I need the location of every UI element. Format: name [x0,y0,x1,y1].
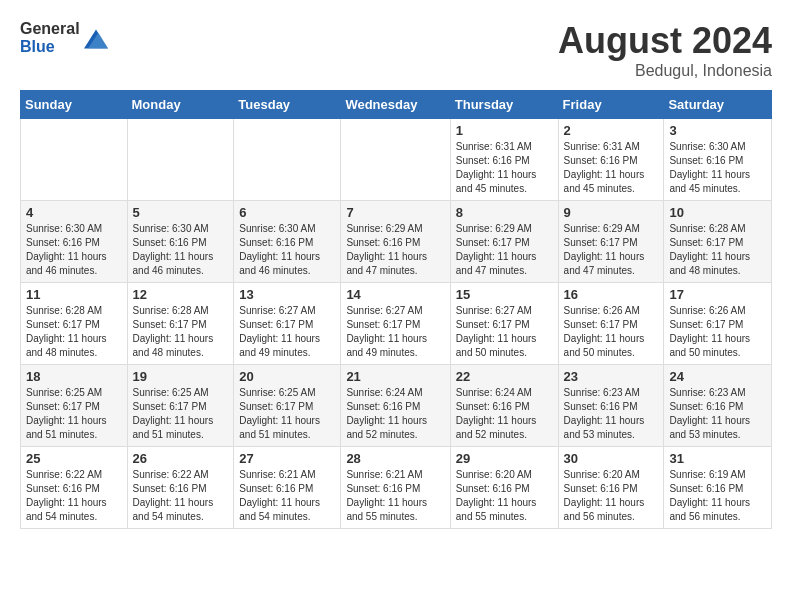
table-row: 6Sunrise: 6:30 AM Sunset: 6:16 PM Daylig… [234,201,341,283]
day-info: Sunrise: 6:30 AM Sunset: 6:16 PM Dayligh… [26,222,122,278]
day-info: Sunrise: 6:27 AM Sunset: 6:17 PM Dayligh… [239,304,335,360]
table-row: 1Sunrise: 6:31 AM Sunset: 6:16 PM Daylig… [450,119,558,201]
day-info: Sunrise: 6:29 AM Sunset: 6:16 PM Dayligh… [346,222,444,278]
table-row: 24Sunrise: 6:23 AM Sunset: 6:16 PM Dayli… [664,365,772,447]
day-number: 19 [133,369,229,384]
table-row: 31Sunrise: 6:19 AM Sunset: 6:16 PM Dayli… [664,447,772,529]
day-info: Sunrise: 6:20 AM Sunset: 6:16 PM Dayligh… [564,468,659,524]
day-info: Sunrise: 6:30 AM Sunset: 6:16 PM Dayligh… [669,140,766,196]
day-info: Sunrise: 6:28 AM Sunset: 6:17 PM Dayligh… [669,222,766,278]
day-info: Sunrise: 6:31 AM Sunset: 6:16 PM Dayligh… [456,140,553,196]
col-monday: Monday [127,91,234,119]
table-row: 22Sunrise: 6:24 AM Sunset: 6:16 PM Dayli… [450,365,558,447]
table-row: 10Sunrise: 6:28 AM Sunset: 6:17 PM Dayli… [664,201,772,283]
day-number: 6 [239,205,335,220]
day-info: Sunrise: 6:21 AM Sunset: 6:16 PM Dayligh… [346,468,444,524]
col-thursday: Thursday [450,91,558,119]
day-info: Sunrise: 6:30 AM Sunset: 6:16 PM Dayligh… [133,222,229,278]
calendar-week-row: 18Sunrise: 6:25 AM Sunset: 6:17 PM Dayli… [21,365,772,447]
table-row: 25Sunrise: 6:22 AM Sunset: 6:16 PM Dayli… [21,447,128,529]
day-info: Sunrise: 6:21 AM Sunset: 6:16 PM Dayligh… [239,468,335,524]
day-number: 3 [669,123,766,138]
calendar-location: Bedugul, Indonesia [558,62,772,80]
table-row: 19Sunrise: 6:25 AM Sunset: 6:17 PM Dayli… [127,365,234,447]
day-number: 4 [26,205,122,220]
day-number: 31 [669,451,766,466]
day-number: 22 [456,369,553,384]
table-row: 14Sunrise: 6:27 AM Sunset: 6:17 PM Dayli… [341,283,450,365]
day-number: 12 [133,287,229,302]
table-row: 23Sunrise: 6:23 AM Sunset: 6:16 PM Dayli… [558,365,664,447]
day-info: Sunrise: 6:19 AM Sunset: 6:16 PM Dayligh… [669,468,766,524]
logo-general-text: General [20,20,80,38]
day-info: Sunrise: 6:28 AM Sunset: 6:17 PM Dayligh… [26,304,122,360]
calendar-week-row: 25Sunrise: 6:22 AM Sunset: 6:16 PM Dayli… [21,447,772,529]
table-row [341,119,450,201]
table-row [21,119,128,201]
day-info: Sunrise: 6:29 AM Sunset: 6:17 PM Dayligh… [456,222,553,278]
day-number: 18 [26,369,122,384]
day-info: Sunrise: 6:22 AM Sunset: 6:16 PM Dayligh… [133,468,229,524]
day-number: 24 [669,369,766,384]
calendar-header-row: Sunday Monday Tuesday Wednesday Thursday… [21,91,772,119]
table-row: 12Sunrise: 6:28 AM Sunset: 6:17 PM Dayli… [127,283,234,365]
day-number: 28 [346,451,444,466]
logo: General Blue [20,20,108,55]
table-row: 30Sunrise: 6:20 AM Sunset: 6:16 PM Dayli… [558,447,664,529]
day-number: 10 [669,205,766,220]
table-row: 3Sunrise: 6:30 AM Sunset: 6:16 PM Daylig… [664,119,772,201]
day-number: 25 [26,451,122,466]
day-info: Sunrise: 6:25 AM Sunset: 6:17 PM Dayligh… [239,386,335,442]
day-info: Sunrise: 6:30 AM Sunset: 6:16 PM Dayligh… [239,222,335,278]
day-number: 17 [669,287,766,302]
day-number: 27 [239,451,335,466]
day-info: Sunrise: 6:29 AM Sunset: 6:17 PM Dayligh… [564,222,659,278]
page-header: General Blue August 2024 Bedugul, Indone… [20,20,772,80]
table-row: 16Sunrise: 6:26 AM Sunset: 6:17 PM Dayli… [558,283,664,365]
col-saturday: Saturday [664,91,772,119]
table-row: 9Sunrise: 6:29 AM Sunset: 6:17 PM Daylig… [558,201,664,283]
table-row: 20Sunrise: 6:25 AM Sunset: 6:17 PM Dayli… [234,365,341,447]
calendar-week-row: 11Sunrise: 6:28 AM Sunset: 6:17 PM Dayli… [21,283,772,365]
col-sunday: Sunday [21,91,128,119]
logo-blue-text: Blue [20,38,80,56]
day-info: Sunrise: 6:24 AM Sunset: 6:16 PM Dayligh… [346,386,444,442]
table-row: 21Sunrise: 6:24 AM Sunset: 6:16 PM Dayli… [341,365,450,447]
calendar-table: Sunday Monday Tuesday Wednesday Thursday… [20,90,772,529]
day-number: 5 [133,205,229,220]
table-row: 8Sunrise: 6:29 AM Sunset: 6:17 PM Daylig… [450,201,558,283]
day-number: 8 [456,205,553,220]
day-info: Sunrise: 6:20 AM Sunset: 6:16 PM Dayligh… [456,468,553,524]
table-row: 17Sunrise: 6:26 AM Sunset: 6:17 PM Dayli… [664,283,772,365]
day-number: 21 [346,369,444,384]
table-row: 13Sunrise: 6:27 AM Sunset: 6:17 PM Dayli… [234,283,341,365]
day-number: 13 [239,287,335,302]
table-row: 5Sunrise: 6:30 AM Sunset: 6:16 PM Daylig… [127,201,234,283]
table-row: 11Sunrise: 6:28 AM Sunset: 6:17 PM Dayli… [21,283,128,365]
day-number: 9 [564,205,659,220]
day-number: 11 [26,287,122,302]
day-number: 1 [456,123,553,138]
table-row: 15Sunrise: 6:27 AM Sunset: 6:17 PM Dayli… [450,283,558,365]
col-tuesday: Tuesday [234,91,341,119]
title-block: August 2024 Bedugul, Indonesia [558,20,772,80]
day-info: Sunrise: 6:27 AM Sunset: 6:17 PM Dayligh… [456,304,553,360]
logo-icon [84,29,108,49]
day-number: 2 [564,123,659,138]
day-info: Sunrise: 6:23 AM Sunset: 6:16 PM Dayligh… [564,386,659,442]
day-info: Sunrise: 6:22 AM Sunset: 6:16 PM Dayligh… [26,468,122,524]
day-info: Sunrise: 6:25 AM Sunset: 6:17 PM Dayligh… [26,386,122,442]
day-info: Sunrise: 6:26 AM Sunset: 6:17 PM Dayligh… [564,304,659,360]
day-number: 23 [564,369,659,384]
day-info: Sunrise: 6:23 AM Sunset: 6:16 PM Dayligh… [669,386,766,442]
logo-text: General Blue [20,20,80,55]
day-info: Sunrise: 6:24 AM Sunset: 6:16 PM Dayligh… [456,386,553,442]
day-number: 7 [346,205,444,220]
day-number: 20 [239,369,335,384]
table-row: 18Sunrise: 6:25 AM Sunset: 6:17 PM Dayli… [21,365,128,447]
table-row: 29Sunrise: 6:20 AM Sunset: 6:16 PM Dayli… [450,447,558,529]
col-wednesday: Wednesday [341,91,450,119]
table-row: 28Sunrise: 6:21 AM Sunset: 6:16 PM Dayli… [341,447,450,529]
day-number: 30 [564,451,659,466]
calendar-week-row: 1Sunrise: 6:31 AM Sunset: 6:16 PM Daylig… [21,119,772,201]
